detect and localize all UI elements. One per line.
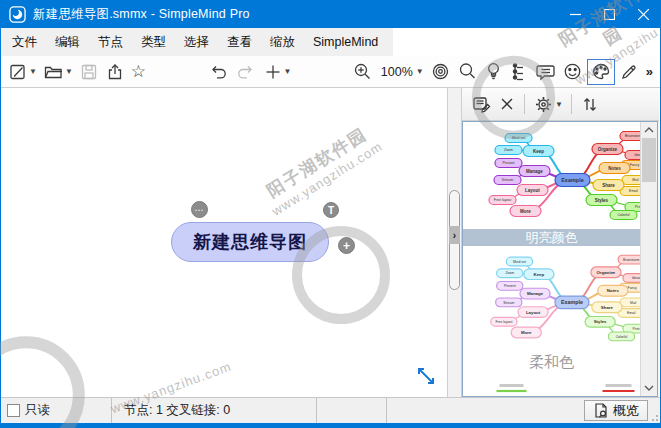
- app-window: 新建思维导图.smmx - SimpleMind Pro 文件编辑节点类型选择查…: [0, 0, 661, 428]
- svg-text:Organize: Organize: [598, 147, 618, 152]
- scroll-up-button[interactable]: [641, 122, 657, 138]
- svg-text:Email: Email: [627, 311, 636, 315]
- titlebar: 新建思维导图.smmx - SimpleMind Pro: [1, 0, 660, 28]
- double-chevron-right-icon: »: [646, 64, 653, 79]
- menu-item-7[interactable]: SimpleMind: [304, 28, 387, 56]
- svg-text:Mind set: Mind set: [513, 260, 526, 264]
- fit-map-resize-icon[interactable]: [415, 365, 437, 387]
- chevron-down-icon: ▼: [284, 67, 292, 76]
- overview-button[interactable]: 概览: [584, 400, 648, 421]
- format-brush-button[interactable]: [617, 59, 642, 85]
- svg-text:Mail: Mail: [632, 178, 639, 182]
- svg-text:Free layout: Free layout: [495, 320, 512, 324]
- node-count-label: 节点: 1 交叉链接: 0: [124, 402, 230, 419]
- svg-text:Notes: Notes: [607, 288, 620, 293]
- edit-style-button[interactable]: [469, 91, 494, 117]
- add-child-node-button[interactable]: +: [338, 237, 355, 254]
- menu-item-4[interactable]: 选择: [175, 28, 218, 56]
- star-icon: ☆: [131, 63, 146, 80]
- svg-text:Notes: Notes: [608, 166, 621, 171]
- undo-button[interactable]: [205, 59, 231, 85]
- close-button[interactable]: [626, 0, 660, 28]
- svg-text:More: More: [520, 209, 531, 214]
- menubar: 文件编辑节点类型选择查看缩放SimpleMind: [1, 28, 660, 56]
- redo-button: [233, 59, 259, 85]
- chevron-down-icon: ▼: [65, 67, 73, 76]
- style-preview-1[interactable]: Mind setZoomPresentStreamFree layoutBrai…: [463, 246, 640, 374]
- node-more-button[interactable]: ⋯: [191, 201, 208, 218]
- zoom-in-button[interactable]: [350, 59, 375, 85]
- style-previews: Mind setZoomPresentStreamFree layoutBrai…: [463, 122, 640, 396]
- svg-text:Brainstorm: Brainstorm: [623, 258, 640, 262]
- menu-item-2[interactable]: 节点: [89, 28, 132, 56]
- svg-text:Stream: Stream: [503, 301, 514, 305]
- style-palette-button[interactable]: [587, 59, 615, 85]
- menu-item-1[interactable]: 编辑: [46, 28, 89, 56]
- style-preview-list: Mind setZoomPresentStreamFree layoutBrai…: [462, 121, 658, 397]
- search-button[interactable]: [455, 59, 480, 85]
- maximize-button[interactable]: [592, 0, 626, 28]
- svg-text:Share: Share: [601, 305, 614, 310]
- svg-text:Styles: Styles: [594, 319, 607, 324]
- minimize-button[interactable]: [558, 0, 592, 28]
- open-button[interactable]: ▼: [41, 59, 75, 85]
- main-area: ⋯ T 新建思维导图 + ›: [1, 88, 660, 397]
- central-topic-node[interactable]: 新建思维导图: [171, 222, 329, 262]
- menu-item-6[interactable]: 缩放: [261, 28, 304, 56]
- reorder-styles-button[interactable]: [578, 91, 602, 117]
- svg-text:Stream: Stream: [502, 178, 513, 182]
- style-settings-button[interactable]: ▼: [531, 91, 565, 117]
- svg-text:Styles: Styles: [595, 198, 609, 203]
- save-button: [77, 59, 101, 85]
- center-map-button[interactable]: [428, 59, 453, 85]
- statusbar-cell-empty: [317, 398, 387, 423]
- panel-scrollbar[interactable]: [640, 122, 657, 396]
- new-mindmap-button[interactable]: ▼: [6, 59, 39, 85]
- resize-grip[interactable]: [648, 411, 658, 421]
- toolbar-overflow-button[interactable]: »: [644, 59, 655, 85]
- app-logo-icon: [9, 6, 26, 23]
- panel-collapse-button[interactable]: ›: [449, 226, 460, 244]
- note-button[interactable]: [533, 59, 558, 85]
- style-panel-toolbar: ▼: [462, 88, 659, 121]
- svg-text:Fancy: Fancy: [630, 163, 640, 167]
- svg-text:Example: Example: [561, 177, 584, 183]
- scrollbar-thumb[interactable]: [642, 138, 656, 182]
- chevron-down-icon: ▼: [555, 100, 563, 109]
- svg-text:Email: Email: [629, 189, 638, 193]
- mindmap-canvas[interactable]: ⋯ T 新建思维导图 +: [1, 88, 447, 397]
- window-bottom-border: [1, 423, 660, 428]
- svg-text:Keep: Keep: [534, 272, 545, 277]
- svg-text:Mind set: Mind set: [512, 136, 525, 140]
- menu-item-3[interactable]: 类型: [132, 28, 175, 56]
- scroll-down-button[interactable]: [641, 380, 657, 396]
- svg-text:Colorful: Colorful: [617, 213, 629, 217]
- svg-text:Present: Present: [502, 161, 514, 165]
- svg-text:Mail: Mail: [630, 301, 636, 305]
- node-text-tool-button[interactable]: T: [323, 202, 339, 218]
- readonly-checkbox[interactable]: [7, 404, 20, 417]
- svg-text:Layout: Layout: [525, 188, 540, 193]
- brainstorm-idea-button[interactable]: [482, 59, 505, 85]
- emoji-button[interactable]: [560, 59, 585, 85]
- style-preview-2[interactable]: [463, 382, 640, 396]
- svg-text:Layout: Layout: [526, 310, 541, 315]
- favorites-star-button[interactable]: ☆: [129, 59, 148, 85]
- svg-text:Manage: Manage: [527, 291, 544, 296]
- add-element-button[interactable]: ▼: [261, 59, 294, 85]
- statusbar: 只读 节点: 1 交叉链接: 0 概览: [1, 397, 660, 423]
- share-export-button[interactable]: [103, 59, 127, 85]
- menu-item-0[interactable]: 文件: [3, 28, 46, 56]
- outline-view-button[interactable]: [507, 59, 531, 85]
- central-topic-label: 新建思维导图: [193, 230, 307, 254]
- panel-splitter[interactable]: ›: [447, 88, 462, 397]
- menu-item-5[interactable]: 查看: [218, 28, 261, 56]
- readonly-toggle[interactable]: 只读: [1, 398, 112, 423]
- zoom-level-dropdown[interactable]: 100% ▼: [377, 59, 426, 85]
- style-preview-0[interactable]: Mind setZoomPresentStreamFree layoutBrai…: [463, 122, 640, 246]
- overview-label: 概览: [613, 402, 639, 420]
- svg-text:Fancy: Fancy: [628, 286, 638, 290]
- svg-text:Present: Present: [504, 284, 516, 288]
- style-preview-2: [463, 382, 642, 396]
- svg-text:More: More: [521, 330, 532, 335]
